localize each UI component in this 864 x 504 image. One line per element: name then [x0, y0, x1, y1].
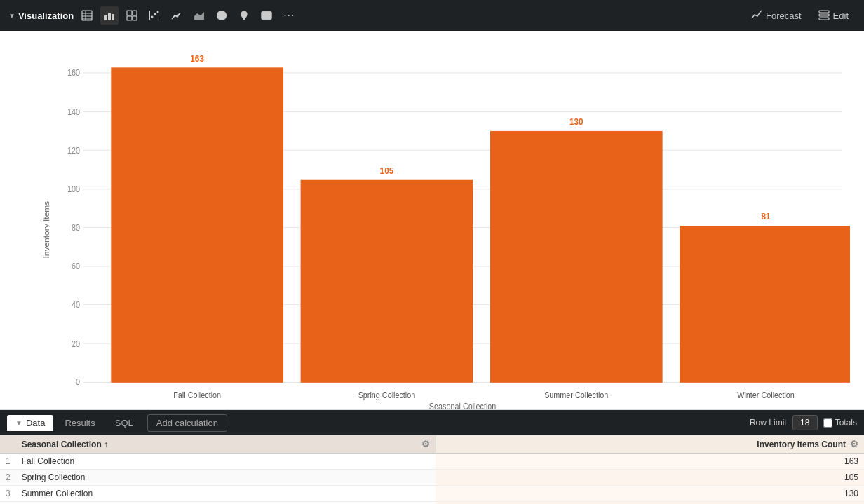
- svg-text:120: 120: [67, 146, 80, 155]
- toolbar-right: Forecast Edit: [744, 7, 856, 24]
- col-header-seasonal: Seasonal Collection ↑ ⚙: [16, 435, 436, 454]
- svg-rect-25: [819, 11, 829, 13]
- svg-text:81: 81: [762, 212, 771, 222]
- svg-rect-11: [133, 16, 137, 20]
- svg-text:0: 0: [76, 378, 80, 387]
- edit-button[interactable]: Edit: [811, 7, 856, 24]
- row-seasonal-collection: Winter Collection: [16, 502, 436, 505]
- svg-point-16: [157, 11, 159, 13]
- table-icon[interactable]: [78, 6, 96, 25]
- tab-results[interactable]: Results: [56, 415, 103, 431]
- svg-rect-7: [112, 14, 114, 20]
- data-table: Seasonal Collection ↑ ⚙ Inventory Items …: [0, 435, 864, 504]
- svg-text:40: 40: [72, 300, 80, 309]
- svg-point-21: [243, 13, 245, 15]
- svg-point-14: [151, 16, 154, 18]
- svg-text:Inventory Items: Inventory Items: [42, 200, 50, 258]
- svg-marker-17: [194, 12, 204, 20]
- bar-chart-svg: Inventory Items 0 20 40 60 80 100 120 14…: [42, 31, 850, 409]
- scatter-icon[interactable]: [145, 6, 163, 25]
- svg-rect-5: [104, 15, 107, 20]
- vis-arrow: ▼: [8, 12, 15, 20]
- svg-rect-8: [127, 11, 132, 15]
- svg-text:Seasonal Collection: Seasonal Collection: [429, 402, 496, 409]
- svg-text:163: 163: [190, 53, 204, 64]
- svg-text:Spring Collection: Spring Collection: [358, 390, 416, 400]
- row-inventory-count: 81: [436, 502, 864, 505]
- row-seasonal-collection: Spring Collection: [16, 470, 436, 486]
- bar-fall[interactable]: [111, 67, 283, 382]
- row-limit-input[interactable]: [792, 415, 818, 430]
- row-inventory-count: 130: [436, 486, 864, 502]
- svg-text:6: 6: [265, 13, 268, 19]
- svg-text:80: 80: [72, 223, 80, 232]
- row-number: 2: [0, 470, 16, 486]
- svg-rect-27: [819, 18, 829, 20]
- data-table-container: Seasonal Collection ↑ ⚙ Inventory Items …: [0, 435, 864, 504]
- svg-text:130: 130: [569, 117, 583, 128]
- bar-spring[interactable]: [301, 180, 473, 383]
- svg-rect-9: [133, 11, 137, 15]
- svg-text:20: 20: [72, 339, 80, 348]
- top-toolbar: ▼ Visualization: [0, 0, 864, 31]
- area-chart-icon[interactable]: [190, 6, 208, 25]
- bar-summer[interactable]: [490, 131, 663, 383]
- toolbar-left: ▼ Visualization: [8, 6, 738, 25]
- table-row: 2 Spring Collection 105: [0, 470, 864, 486]
- table-row: 3 Summer Collection 130: [0, 486, 864, 502]
- svg-rect-10: [127, 16, 132, 20]
- svg-rect-12: [149, 20, 159, 20]
- svg-text:60: 60: [72, 262, 80, 271]
- row-limit-label: Row Limit: [750, 418, 787, 428]
- svg-point-15: [154, 13, 156, 15]
- row-number: 4: [0, 502, 16, 505]
- table-row: 4 Winter Collection 81: [0, 502, 864, 505]
- svg-text:Winter Collection: Winter Collection: [737, 390, 795, 400]
- crosstab-icon[interactable]: [123, 6, 141, 25]
- map-icon[interactable]: [235, 6, 253, 25]
- chart-area: Inventory Items 0 20 40 60 80 100 120 14…: [0, 31, 864, 409]
- tab-data[interactable]: ▼ Data: [7, 415, 53, 431]
- row-number: 3: [0, 486, 16, 502]
- bottom-toolbar: ▼ Data Results SQL Add calculation Row L…: [0, 410, 864, 435]
- table-row: 1 Fall Collection 163: [0, 454, 864, 470]
- totals-label[interactable]: Totals: [823, 418, 857, 428]
- bar-winter[interactable]: [680, 226, 850, 383]
- tab-sql[interactable]: SQL: [107, 415, 142, 431]
- svg-rect-13: [149, 11, 150, 20]
- row-number: 1: [0, 454, 16, 470]
- row-seasonal-collection: Summer Collection: [16, 486, 436, 502]
- svg-rect-6: [108, 13, 111, 20]
- bottom-panel: ▼ Data Results SQL Add calculation Row L…: [0, 409, 864, 504]
- svg-text:160: 160: [67, 69, 80, 78]
- svg-text:105: 105: [380, 165, 394, 176]
- add-calculation-button[interactable]: Add calculation: [147, 414, 227, 432]
- svg-text:140: 140: [67, 107, 80, 116]
- bar-chart-icon[interactable]: [100, 6, 119, 25]
- svg-line-24: [760, 11, 762, 12]
- more-icon[interactable]: ···: [280, 6, 298, 25]
- bottom-right-controls: Row Limit Totals: [750, 415, 857, 430]
- col1-gear-icon[interactable]: ⚙: [421, 439, 430, 449]
- svg-rect-26: [819, 14, 829, 16]
- row-inventory-count: 105: [436, 470, 864, 486]
- time-icon[interactable]: [212, 6, 231, 25]
- col2-gear-icon[interactable]: ⚙: [850, 439, 858, 449]
- vis-label[interactable]: ▼ Visualization: [8, 11, 74, 21]
- svg-text:Fall Collection: Fall Collection: [173, 390, 221, 400]
- row-inventory-count: 163: [436, 454, 864, 470]
- forecast-button[interactable]: Forecast: [744, 7, 809, 24]
- svg-text:Summer Collection: Summer Collection: [544, 390, 608, 400]
- totals-checkbox[interactable]: [823, 418, 832, 428]
- row-seasonal-collection: Fall Collection: [16, 454, 436, 470]
- number-badge-icon[interactable]: 6: [257, 6, 276, 25]
- line-chart-icon[interactable]: [168, 6, 186, 25]
- col-header-inventory: Inventory Items Count ⚙: [436, 435, 864, 454]
- svg-text:100: 100: [67, 185, 80, 194]
